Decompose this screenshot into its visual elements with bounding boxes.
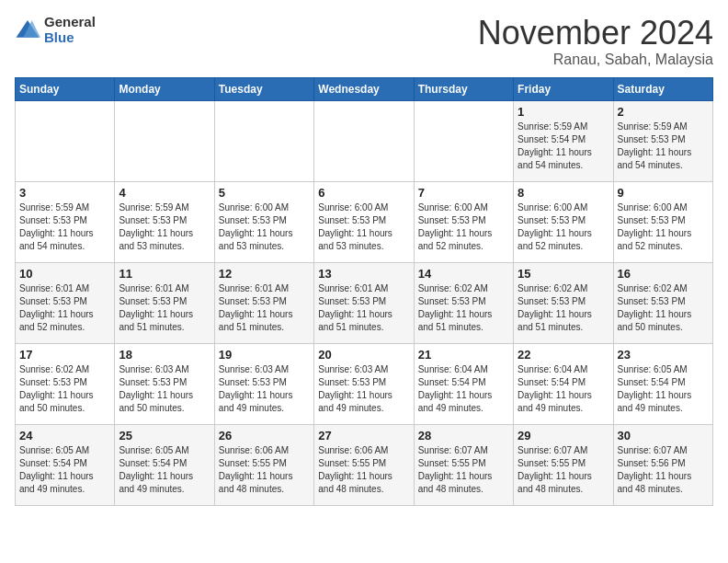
calendar-cell: 1Sunrise: 5:59 AM Sunset: 5:54 PM Daylig… [514,100,613,181]
day-info: Sunrise: 6:05 AM Sunset: 5:54 PM Dayligh… [19,444,110,496]
day-info: Sunrise: 6:01 AM Sunset: 5:53 PM Dayligh… [318,282,409,334]
logo-text: General Blue [44,15,96,45]
col-header-friday: Friday [514,77,613,100]
day-info: Sunrise: 6:07 AM Sunset: 5:55 PM Dayligh… [418,444,509,496]
day-info: Sunrise: 6:01 AM Sunset: 5:53 PM Dayligh… [219,282,310,334]
day-number: 2 [618,105,709,119]
page-header: General Blue November 2024 Ranau, Sabah,… [15,15,713,68]
calendar-cell [115,100,214,181]
title-block: November 2024 Ranau, Sabah, Malaysia [478,15,713,68]
day-number: 26 [219,429,310,442]
calendar-cell: 20Sunrise: 6:03 AM Sunset: 5:53 PM Dayli… [314,343,414,424]
day-info: Sunrise: 6:07 AM Sunset: 5:56 PM Dayligh… [618,444,709,496]
day-number: 24 [19,429,110,442]
day-info: Sunrise: 6:00 AM Sunset: 5:53 PM Dayligh… [219,201,310,253]
day-info: Sunrise: 5:59 AM Sunset: 5:53 PM Dayligh… [119,201,210,253]
calendar-cell: 3Sunrise: 5:59 AM Sunset: 5:53 PM Daylig… [16,181,115,262]
day-info: Sunrise: 5:59 AM Sunset: 5:54 PM Dayligh… [518,121,609,172]
calendar-cell: 23Sunrise: 6:05 AM Sunset: 5:54 PM Dayli… [613,343,712,424]
day-number: 30 [618,429,709,442]
day-number: 21 [418,348,509,362]
day-number: 8 [518,186,609,200]
day-info: Sunrise: 6:04 AM Sunset: 5:54 PM Dayligh… [518,363,609,415]
calendar-cell: 6Sunrise: 6:00 AM Sunset: 5:53 PM Daylig… [314,181,414,262]
calendar-cell: 18Sunrise: 6:03 AM Sunset: 5:53 PM Dayli… [115,343,214,424]
week-row-2: 3Sunrise: 5:59 AM Sunset: 5:53 PM Daylig… [16,181,713,262]
day-info: Sunrise: 6:01 AM Sunset: 5:53 PM Dayligh… [19,282,110,334]
calendar-cell: 14Sunrise: 6:02 AM Sunset: 5:53 PM Dayli… [414,262,513,343]
week-row-3: 10Sunrise: 6:01 AM Sunset: 5:53 PM Dayli… [16,262,713,343]
col-header-sunday: Sunday [16,77,115,100]
col-header-tuesday: Tuesday [214,77,313,100]
col-header-monday: Monday [115,77,214,100]
calendar-cell: 8Sunrise: 6:00 AM Sunset: 5:53 PM Daylig… [514,181,613,262]
day-number: 25 [119,429,210,442]
day-number: 10 [19,267,110,281]
day-info: Sunrise: 6:00 AM Sunset: 5:53 PM Dayligh… [418,201,509,253]
calendar-cell: 4Sunrise: 5:59 AM Sunset: 5:53 PM Daylig… [115,181,214,262]
calendar-cell: 24Sunrise: 6:05 AM Sunset: 5:54 PM Dayli… [16,424,115,505]
day-number: 23 [618,348,709,362]
day-number: 15 [518,267,609,281]
day-number: 17 [19,348,110,362]
day-number: 1 [518,105,609,119]
day-info: Sunrise: 6:00 AM Sunset: 5:53 PM Dayligh… [318,201,409,253]
day-info: Sunrise: 6:00 AM Sunset: 5:53 PM Dayligh… [518,201,609,253]
calendar-cell: 16Sunrise: 6:02 AM Sunset: 5:53 PM Dayli… [613,262,712,343]
day-number: 19 [219,348,310,362]
calendar-cell: 12Sunrise: 6:01 AM Sunset: 5:53 PM Dayli… [214,262,313,343]
calendar-cell: 9Sunrise: 6:00 AM Sunset: 5:53 PM Daylig… [613,181,712,262]
calendar-cell: 25Sunrise: 6:05 AM Sunset: 5:54 PM Dayli… [115,424,214,505]
calendar-cell [214,100,313,181]
day-number: 28 [418,429,509,442]
day-number: 18 [119,348,210,362]
calendar-header: SundayMondayTuesdayWednesdayThursdayFrid… [16,77,713,100]
day-info: Sunrise: 5:59 AM Sunset: 5:53 PM Dayligh… [19,201,110,253]
day-number: 13 [318,267,409,281]
day-number: 20 [318,348,409,362]
day-number: 14 [418,267,509,281]
day-number: 7 [418,186,509,200]
calendar-cell: 29Sunrise: 6:07 AM Sunset: 5:55 PM Dayli… [514,424,613,505]
day-info: Sunrise: 6:05 AM Sunset: 5:54 PM Dayligh… [618,363,709,415]
calendar-cell: 22Sunrise: 6:04 AM Sunset: 5:54 PM Dayli… [514,343,613,424]
day-info: Sunrise: 6:06 AM Sunset: 5:55 PM Dayligh… [219,444,310,496]
calendar-cell: 26Sunrise: 6:06 AM Sunset: 5:55 PM Dayli… [214,424,313,505]
calendar-cell: 27Sunrise: 6:06 AM Sunset: 5:55 PM Dayli… [314,424,414,505]
day-info: Sunrise: 6:01 AM Sunset: 5:53 PM Dayligh… [119,282,210,334]
day-info: Sunrise: 6:03 AM Sunset: 5:53 PM Dayligh… [318,363,409,415]
col-header-saturday: Saturday [613,77,712,100]
day-number: 3 [19,186,110,200]
calendar-cell: 13Sunrise: 6:01 AM Sunset: 5:53 PM Dayli… [314,262,414,343]
day-number: 9 [618,186,709,200]
location: Ranau, Sabah, Malaysia [478,52,713,68]
day-number: 29 [518,429,609,442]
day-number: 12 [219,267,310,281]
calendar-cell: 21Sunrise: 6:04 AM Sunset: 5:54 PM Dayli… [414,343,513,424]
day-info: Sunrise: 6:02 AM Sunset: 5:53 PM Dayligh… [19,363,110,415]
calendar-cell: 2Sunrise: 5:59 AM Sunset: 5:53 PM Daylig… [613,100,712,181]
day-number: 22 [518,348,609,362]
logo-blue: Blue [44,30,96,46]
day-info: Sunrise: 6:04 AM Sunset: 5:54 PM Dayligh… [418,363,509,415]
day-info: Sunrise: 5:59 AM Sunset: 5:53 PM Dayligh… [618,121,709,172]
logo-general: General [44,15,96,30]
week-row-4: 17Sunrise: 6:02 AM Sunset: 5:53 PM Dayli… [16,343,713,424]
calendar-cell: 7Sunrise: 6:00 AM Sunset: 5:53 PM Daylig… [414,181,513,262]
day-number: 4 [119,186,210,200]
day-info: Sunrise: 6:06 AM Sunset: 5:55 PM Dayligh… [318,444,409,496]
day-number: 16 [618,267,709,281]
day-number: 27 [318,429,409,442]
calendar-cell: 17Sunrise: 6:02 AM Sunset: 5:53 PM Dayli… [16,343,115,424]
logo: General Blue [15,15,96,45]
logo-icon [15,17,40,43]
calendar-cell [414,100,513,181]
day-info: Sunrise: 6:03 AM Sunset: 5:53 PM Dayligh… [219,363,310,415]
day-info: Sunrise: 6:07 AM Sunset: 5:55 PM Dayligh… [518,444,609,496]
calendar-cell: 10Sunrise: 6:01 AM Sunset: 5:53 PM Dayli… [16,262,115,343]
calendar-body: 1Sunrise: 5:59 AM Sunset: 5:54 PM Daylig… [16,100,713,505]
col-header-thursday: Thursday [414,77,513,100]
calendar-table: SundayMondayTuesdayWednesdayThursdayFrid… [15,77,713,506]
day-info: Sunrise: 6:05 AM Sunset: 5:54 PM Dayligh… [119,444,210,496]
calendar-cell: 19Sunrise: 6:03 AM Sunset: 5:53 PM Dayli… [214,343,313,424]
